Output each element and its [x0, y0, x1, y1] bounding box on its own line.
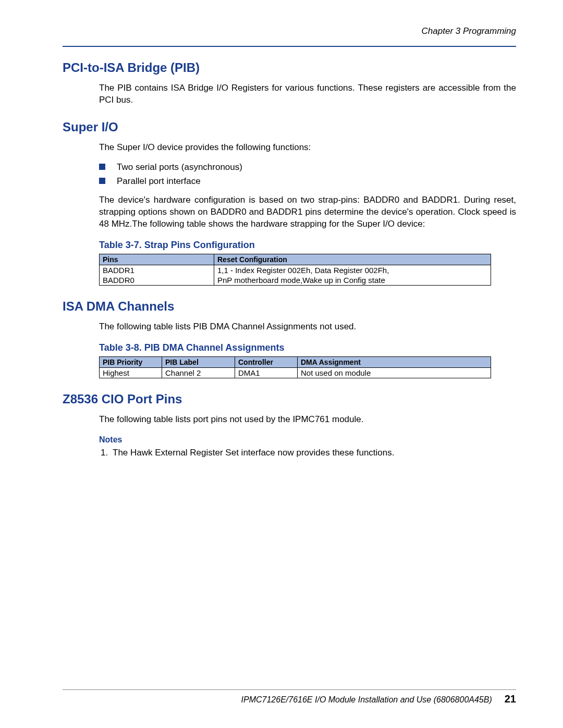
table-header-cell: PIB Label — [162, 356, 235, 367]
superio-paragraph-2: The device's hardware configuration is b… — [99, 194, 516, 230]
notes-list: The Hawk External Register Set interface… — [99, 448, 516, 458]
section-heading-pib: PCI-to-ISA Bridge (PIB) — [63, 60, 516, 75]
table-cell: DMA1 — [235, 367, 298, 378]
table-caption-3-8: Table 3-8. PIB DMA Channel Assignments — [99, 342, 516, 353]
header-rule — [63, 46, 516, 47]
table-cell: Channel 2 — [162, 367, 235, 378]
strap-pins-table: Pins Reset Configuration BADDR1 1,1 - In… — [99, 254, 491, 286]
table-header-cell: Reset Configuration — [214, 254, 491, 265]
table-cell: PnP motherboard mode,Wake up in Config s… — [214, 275, 491, 286]
note-item: The Hawk External Register Set interface… — [111, 448, 516, 458]
table-header-cell: Pins — [100, 254, 214, 265]
table-header-row: PIB Priority PIB Label Controller DMA As… — [100, 356, 491, 367]
table-cell: BADDR0 — [100, 275, 214, 286]
section-heading-isa-dma: ISA DMA Channels — [63, 299, 516, 314]
superio-bullet-list: Two serial ports (asynchronous) Parallel… — [99, 160, 516, 188]
list-item: Parallel port interface — [99, 174, 516, 188]
table-cell: Not used on module — [298, 367, 491, 378]
pib-paragraph: The PIB contains ISA Bridge I/O Register… — [99, 82, 516, 106]
table-row: BADDR0 PnP motherboard mode,Wake up in C… — [100, 275, 491, 286]
table-header-cell: PIB Priority — [100, 356, 162, 367]
footer-doc-title: IPMC7126E/7616E I/O Module Installation … — [241, 695, 492, 705]
table-row: Highest Channel 2 DMA1 Not used on modul… — [100, 367, 491, 378]
section-heading-superio: Super I/O — [63, 120, 516, 134]
page-footer: IPMC7126E/7616E I/O Module Installation … — [63, 689, 516, 705]
section-heading-z8536: Z8536 CIO Port Pins — [63, 392, 516, 406]
page-container: Chapter 3 Programming PCI-to-ISA Bridge … — [0, 0, 563, 728]
z8536-paragraph: The following table lists port pins not … — [99, 414, 516, 426]
pib-dma-table: PIB Priority PIB Label Controller DMA As… — [99, 356, 491, 378]
table-cell: BADDR1 — [100, 265, 214, 276]
table-header-cell: Controller — [235, 356, 298, 367]
list-item: Two serial ports (asynchronous) — [99, 160, 516, 174]
table-cell: 1,1 - Index Register 002Eh, Data Registe… — [214, 265, 491, 276]
table-header-row: Pins Reset Configuration — [100, 254, 491, 265]
notes-heading: Notes — [99, 435, 516, 445]
chapter-reference: Chapter 3 Programming — [63, 26, 516, 36]
table-row: BADDR1 1,1 - Index Register 002Eh, Data … — [100, 265, 491, 276]
table-cell: Highest — [100, 367, 162, 378]
superio-paragraph-1: The Super I/O device provides the follow… — [99, 142, 516, 154]
footer-page-number: 21 — [505, 693, 516, 705]
table-header-cell: DMA Assignment — [298, 356, 491, 367]
table-caption-3-7: Table 3-7. Strap Pins Configuration — [99, 240, 516, 251]
isa-dma-paragraph: The following table lists PIB DMA Channe… — [99, 321, 516, 333]
